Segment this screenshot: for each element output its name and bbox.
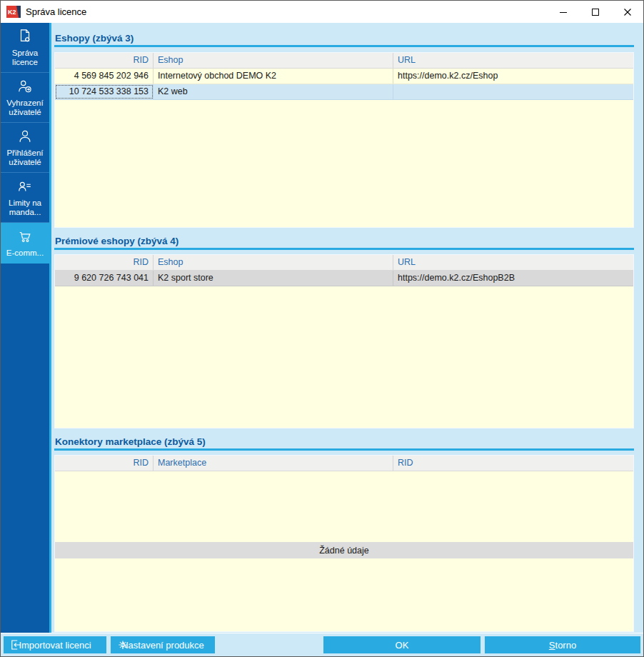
main-area: Správa licence Vyhrazení uživatelé [1,23,643,633]
license-document-icon [2,29,48,46]
column-header-url[interactable]: URL [393,255,633,270]
k2-logo-icon: K2 [6,6,21,18]
column-header-rid-2[interactable]: RID [393,456,633,471]
section-header-konektory-marketplace: Konektory marketplace (zbývá 5) [54,436,634,451]
cell-url: https://demo.k2.cz/EshopB2B [393,271,633,286]
sidebar-item-sprava-licence[interactable]: Správa licence [1,23,49,73]
storno-label: torno [555,640,577,651]
sidebar-item-ecommerce[interactable]: E-comm... [1,223,49,264]
import-license-label: Importovat licenci [19,640,91,651]
table-empty-area [55,286,633,428]
sidebar-item-limity-na-mandanty[interactable]: Limity na manda... [1,173,49,223]
maximize-button[interactable] [579,1,611,23]
table-header-row: RID Eshop URL [55,53,633,69]
sidebar-item-label: manda... [2,208,48,217]
eshopy-table: RID Eshop URL 4 569 845 202 946 Internet… [54,52,634,228]
sidebar-item-label: uživatelé [2,158,48,167]
no-data-banner: Žádné údaje [55,542,633,558]
ok-button[interactable]: OK [323,636,481,653]
content-area: Eshopy (zbývá 3) RID Eshop URL 4 569 845… [51,23,643,633]
table-row-selected[interactable]: 10 724 533 338 153 K2 web [55,84,633,100]
cell-eshop: Internetový obchod DEMO K2 [154,69,393,84]
section-title: Konektory marketplace (zbývá 5) [55,436,634,448]
sidebar-item-vyhrazeni-uzivatele[interactable]: Vyhrazení uživatelé [1,73,49,123]
user-arrow-icon [2,79,48,96]
column-header-url[interactable]: URL [393,53,633,68]
section-title: Eshopy (zbývá 3) [55,32,634,45]
sidebar-item-label: uživatelé [2,108,48,117]
user-icon [2,129,48,146]
window-title: Správa licence [26,6,547,17]
svg-text:K2: K2 [8,9,16,16]
storno-label-mnemonic: S [549,640,555,651]
section-header-eshopy: Eshopy (zbývá 3) [54,32,634,47]
import-license-button[interactable]: Importovat licenci [4,636,106,653]
cell-url [393,84,633,99]
import-icon [9,638,22,653]
table-empty-area [55,100,633,227]
cell-eshop: K2 sport store [154,271,393,286]
ok-label: OK [396,640,409,651]
sidebar-item-label: Limity na [2,199,48,208]
sidebar-item-label: Vyhrazení [2,99,48,108]
column-header-eshop[interactable]: Eshop [154,255,393,270]
column-header-marketplace[interactable]: Marketplace [154,456,393,471]
column-header-rid[interactable]: RID [55,456,154,471]
table-header-row: RID Eshop URL [55,255,633,271]
footer-bar: Importovat licenci Nastavení produkce OK… [1,633,643,656]
cell-rid: 4 569 845 202 946 [55,69,154,84]
titlebar: K2 Správa licence [1,1,643,23]
gear-icon [116,638,129,653]
cell-eshop: K2 web [154,84,393,99]
user-list-icon [2,179,48,196]
column-header-rid[interactable]: RID [55,255,154,270]
close-button[interactable] [611,1,643,23]
table-empty-area [55,558,633,631]
minimize-button[interactable] [547,1,579,23]
sidebar-filler [1,264,49,633]
column-header-eshop[interactable]: Eshop [154,53,393,68]
section-header-premiove-eshopy: Prémiové eshopy (zbývá 4) [54,235,634,250]
production-settings-label: Nastavení produkce [121,640,204,651]
cell-rid-focused: 10 724 533 338 153 [55,84,154,99]
sidebar-item-label: Správa [2,49,48,58]
cell-rid: 9 620 726 743 041 [55,271,154,286]
license-manager-window: K2 Správa licence Sp [0,0,644,657]
konektory-marketplace-table: RID Marketplace RID Žádné údaje [54,455,634,632]
sidebar-item-prihlaseni-uzivatele[interactable]: Přihlášení uživatelé [1,123,49,173]
sidebar-item-label: E-comm... [2,249,48,258]
table-row[interactable]: 4 569 845 202 946 Internetový obchod DEM… [55,69,633,84]
cell-url: https://demo.k2.cz/Eshop [393,69,633,84]
sidebar-item-label: licence [2,58,48,67]
storno-button[interactable]: Storno [485,636,640,653]
table-empty-area [55,471,633,542]
column-header-rid[interactable]: RID [55,53,154,68]
table-row[interactable]: 9 620 726 743 041 K2 sport store https:/… [55,271,633,286]
sidebar-item-label: Přihlášení [2,149,48,158]
section-title: Prémiové eshopy (zbývá 4) [55,235,634,248]
cart-icon [2,229,48,246]
sidebar: Správa licence Vyhrazení uživatelé [1,23,51,633]
production-settings-button[interactable]: Nastavení produkce [111,636,215,653]
premiove-eshopy-table: RID Eshop URL 9 620 726 743 041 K2 sport… [54,254,634,428]
table-header-row: RID Marketplace RID [55,456,633,471]
